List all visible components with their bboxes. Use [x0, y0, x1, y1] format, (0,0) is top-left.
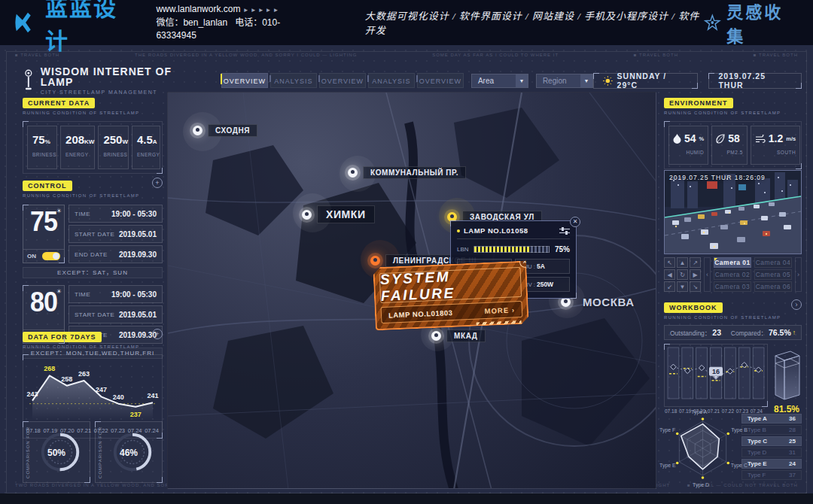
lamp-pin-icon: [431, 331, 441, 341]
map-pin-mkad[interactable]: МКАД: [431, 329, 486, 342]
camera-list-next[interactable]: ›: [795, 257, 802, 292]
legend-label: Type A: [748, 415, 767, 422]
app-root: 蓝蓝设计 www.lanlanwork.com ►►►►► 微信：ben_lan…: [0, 0, 813, 504]
camera-button-3[interactable]: Camera 03: [714, 281, 751, 292]
tab-overview-3[interactable]: OVERVIEW: [417, 73, 464, 88]
panel-camera: 2019.07.25 THUR 18:26:09: [664, 170, 802, 292]
brightness-bar-row: LBN 75%: [457, 245, 570, 254]
prism-3d-icon: [771, 344, 802, 402]
site-url[interactable]: www.lanlanwork.com: [156, 4, 240, 14]
control-subtitle: RUNNING CONDITION OF STREETLAMP: [23, 193, 163, 198]
camera-button-6[interactable]: Camera 06: [754, 281, 792, 292]
map-pin-skhodnya[interactable]: СХОДНЯ: [193, 124, 257, 137]
refresh-button[interactable]: ↻: [677, 269, 688, 280]
pan-up-button[interactable]: ▲: [677, 257, 688, 268]
expand-button[interactable]: ›: [791, 299, 802, 310]
panel-workbook: WORKBOOK › RUNNING CONDITION OF STREETLA…: [664, 299, 802, 414]
pan-down-left-button[interactable]: ↙: [664, 281, 675, 292]
more-button[interactable]: MORE ›: [484, 305, 515, 315]
camera-button-2[interactable]: Camera 02: [714, 269, 751, 280]
legend-row-type-f[interactable]: Type F37: [741, 470, 802, 480]
legend-label: Type F: [748, 472, 766, 478]
tab-analysis-1[interactable]: ANALYSIS: [270, 73, 317, 88]
legend-value: 37: [789, 472, 796, 478]
legend-row-type-e[interactable]: Type E24: [741, 459, 802, 469]
app-title-block: WISDOM INTERNET OF LAMP CITY STREETLAMP …: [41, 66, 205, 95]
camera-view[interactable]: 2019.07.25 THUR 18:26:09: [664, 170, 802, 254]
region-select[interactable]: Region ▼: [536, 74, 593, 88]
radar-svg: [664, 411, 741, 486]
pan-left-button[interactable]: ◀: [664, 269, 675, 280]
map-pin-khimki[interactable]: ХИМКИ: [302, 205, 375, 223]
legend-row-type-c[interactable]: Type C25: [741, 436, 802, 446]
sliders-icon[interactable]: [559, 227, 570, 235]
dashboard: ■ TRAVEL BOTHTHE ROADS DIVERGED IN A YEL…: [0, 45, 813, 504]
camera-button-5[interactable]: Camera 05: [754, 269, 792, 280]
camera-list-prev[interactable]: ‹: [704, 257, 711, 292]
pan-up-left-button[interactable]: ↖: [664, 257, 675, 268]
legend-row-type-b[interactable]: Type B28: [741, 425, 802, 435]
pan-up-right-button[interactable]: ↗: [690, 257, 701, 268]
wind-icon: [755, 135, 766, 143]
system-failure-alert: ✕ SYSTEM FAILURE LAMP NO.L01803 MORE ›: [373, 261, 528, 331]
brand-logo-text: 蓝蓝设计: [45, 0, 136, 56]
bottom-strip: [0, 493, 813, 504]
svg-text:268: 268: [44, 365, 55, 372]
env-tile-humid: 54% HUMID: [668, 126, 708, 165]
compared-label: Compared：: [731, 328, 767, 337]
city-map[interactable]: СХОДНЯ КОММУНАЛЬНЫЙ ПР. ХИМКИ ЗАВОДСКАЯ …: [167, 92, 656, 489]
panel-current-data: CURRENT DATA RUNNING CONDITION OF STREET…: [23, 95, 163, 174]
streetlamp-icon: [23, 69, 35, 92]
power-toggle[interactable]: [42, 252, 60, 260]
camera-button-4[interactable]: Camera 04: [754, 257, 792, 268]
area-select[interactable]: Area ▼: [471, 74, 528, 88]
map-pin-kommunalny[interactable]: КОММУНАЛЬНЫЙ ПР.: [348, 166, 466, 179]
inspiration-collect[interactable]: 灵感收集: [703, 0, 798, 47]
add-button[interactable]: +: [152, 178, 163, 188]
pan-down-right-button[interactable]: ↘: [690, 281, 701, 292]
radar-axis-label: Type D: [693, 482, 709, 487]
environment-badge: ENVIRONMENT: [664, 98, 733, 108]
close-icon[interactable]: ✕: [570, 217, 580, 227]
date-text: 2019.07.25 THUR: [718, 71, 792, 90]
workbook-bar-chart: 16 07.1807.1907.2007.2107.2207.2307.24: [664, 344, 768, 414]
brand-logo[interactable]: 蓝蓝设计: [14, 0, 136, 56]
legend-value: 24: [789, 460, 796, 467]
add-button[interactable]: +: [152, 329, 163, 339]
control-badge: CONTROL: [23, 181, 72, 191]
map-label: ХИМКИ: [317, 205, 375, 223]
services-text: 大数据可视化设计 / 软件界面设计 / 网站建设 / 手机及小程序设计 / 软件…: [365, 8, 703, 37]
legend-label: Type E: [748, 460, 767, 467]
schedule-row-start: START DATE2019.05.01: [69, 225, 163, 243]
line-chart-svg: 243268258263247240237241: [25, 357, 159, 423]
camera-button-1[interactable]: Camera 01: [714, 257, 751, 268]
lamp-pin-icon: [302, 210, 312, 220]
pan-right-button[interactable]: ▶: [690, 269, 701, 280]
status-dot: [457, 229, 460, 232]
star-collect-icon: [703, 13, 722, 32]
date-box: 2019.07.25 THUR: [708, 73, 802, 89]
site-header: 蓝蓝设计 www.lanlanwork.com ►►►►► 微信：ben_lan…: [0, 0, 813, 45]
lamp-id-title: LAMP NO.L01058: [464, 226, 528, 235]
app-header: WISDOM INTERNET OF LAMP CITY STREETLAMP …: [23, 68, 802, 93]
leaf-icon: [716, 134, 725, 144]
pan-down-button[interactable]: ▼: [677, 281, 688, 292]
panel-radar: Type A Type B Type C Type D Type E Type …: [664, 411, 802, 486]
gauge-value: 50%: [23, 448, 90, 458]
tab-overview-1[interactable]: OVERVIEW: [221, 73, 268, 88]
radar-axis-label: Type B: [731, 427, 748, 433]
camera-list-col-1: Camera 01Camera 02Camera 03: [714, 257, 751, 292]
legend-row-type-a[interactable]: Type A36: [741, 414, 802, 424]
tab-overview-2[interactable]: OVERVIEW: [319, 73, 366, 88]
environment-subtitle: RUNNING CONDITION OF STREETLAMP: [664, 111, 802, 115]
legend-label: Type D: [748, 449, 766, 456]
tab-analysis-2[interactable]: ANALYSIS: [368, 73, 415, 88]
except-bar-1: EXCEPT：SAT，SUN: [23, 267, 163, 278]
bar-tooltip-value: 16: [712, 368, 720, 375]
brightness-bar[interactable]: [473, 246, 550, 253]
dim-level-box-75: ☀ 75 ON: [23, 205, 65, 263]
deco-text: THE ROADS DIVERGED IN A YELLOW WOOD, AND…: [135, 53, 357, 57]
legend-row-type-d[interactable]: Type D31: [741, 448, 802, 457]
stat-tile-briness-w: 250W BRINESS: [98, 126, 129, 169]
environment-tiles: 54% HUMID 58 PM2.5: [664, 121, 802, 169]
